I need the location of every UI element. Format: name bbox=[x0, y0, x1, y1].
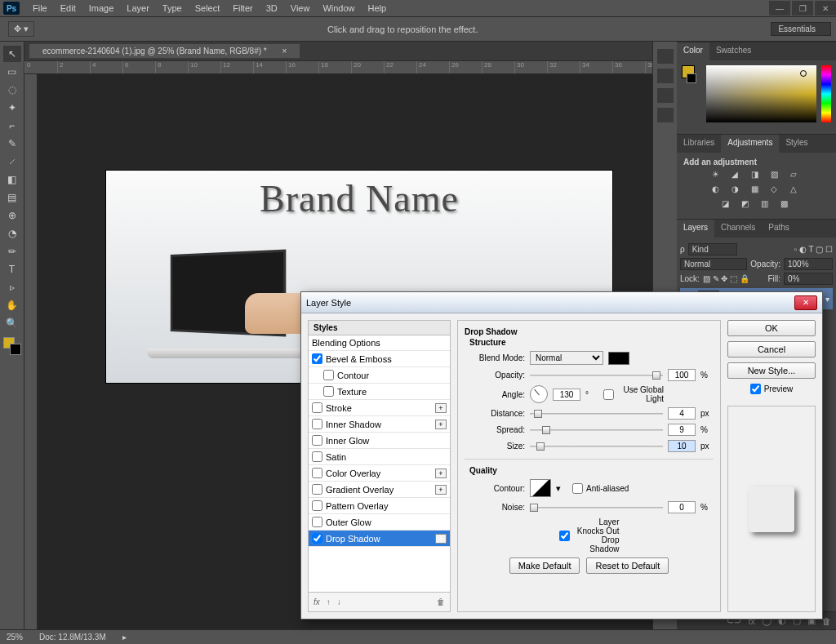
menu-filter[interactable]: Filter bbox=[226, 3, 259, 13]
tab-styles[interactable]: Styles bbox=[779, 135, 814, 153]
hue-strip[interactable] bbox=[821, 65, 831, 122]
tab-layers[interactable]: Layers bbox=[677, 220, 714, 238]
adj-icon[interactable]: ◢ bbox=[732, 170, 743, 181]
spread-input[interactable] bbox=[668, 424, 696, 436]
angle-dial[interactable] bbox=[530, 385, 548, 403]
opacity-input[interactable] bbox=[668, 369, 696, 381]
adj-icon[interactable]: ◩ bbox=[741, 199, 753, 211]
trash-icon[interactable]: 🗑 bbox=[437, 597, 445, 606]
style-stroke[interactable]: Stroke+ bbox=[309, 400, 450, 416]
make-default-button[interactable]: Make Default bbox=[509, 557, 580, 574]
reset-default-button[interactable]: Reset to Default bbox=[586, 557, 669, 574]
menu-type[interactable]: Type bbox=[156, 3, 189, 13]
maximize-button[interactable]: ❐ bbox=[792, 1, 813, 16]
foreground-background-swatch[interactable] bbox=[682, 65, 701, 129]
add-effect-icon[interactable]: + bbox=[435, 469, 447, 478]
style-gradient-overlay[interactable]: Gradient Overlay+ bbox=[309, 482, 450, 498]
style-checkbox[interactable] bbox=[312, 484, 322, 495]
style-checkbox[interactable] bbox=[312, 451, 322, 462]
style-color-overlay[interactable]: Color Overlay+ bbox=[309, 465, 450, 482]
tool-5[interactable]: ✎ bbox=[3, 135, 21, 152]
trash-icon[interactable]: 🗑 bbox=[822, 616, 831, 626]
layer-filter-kind[interactable]: Kind bbox=[688, 243, 737, 255]
angle-input[interactable] bbox=[553, 389, 580, 401]
shadow-color-chip[interactable] bbox=[608, 352, 629, 365]
adj-icon[interactable]: ◇ bbox=[771, 184, 782, 196]
workspace-selector[interactable]: Essentials bbox=[771, 22, 831, 36]
tab-adjustments[interactable]: Adjustments bbox=[721, 135, 779, 153]
style-satin[interactable]: Satin bbox=[309, 449, 450, 465]
tool-8[interactable]: ▤ bbox=[3, 189, 21, 206]
menu-file[interactable]: File bbox=[26, 3, 54, 13]
style-checkbox[interactable] bbox=[323, 386, 334, 397]
zoom-level[interactable]: 25% bbox=[7, 633, 23, 642]
menu-image[interactable]: Image bbox=[82, 3, 121, 13]
document-tab[interactable]: ecommerce-2140604 (1).jpg @ 25% (Brand N… bbox=[29, 44, 300, 58]
style-outer-glow[interactable]: Outer Glow bbox=[309, 514, 450, 531]
color-swatch[interactable] bbox=[3, 337, 21, 355]
tool-13[interactable]: ▹ bbox=[3, 279, 21, 295]
noise-input[interactable] bbox=[668, 501, 696, 513]
tab-paths[interactable]: Paths bbox=[762, 220, 796, 238]
tool-14[interactable]: ✋ bbox=[3, 297, 21, 313]
tab-libraries[interactable]: Libraries bbox=[677, 135, 721, 153]
tool-4[interactable]: ⌐ bbox=[3, 118, 21, 134]
add-effect-icon[interactable]: + bbox=[435, 403, 447, 413]
tab-color[interactable]: Color bbox=[677, 42, 709, 60]
tool-15[interactable]: 🔍 bbox=[3, 315, 21, 331]
distance-input[interactable] bbox=[668, 407, 696, 420]
global-light-checkbox[interactable] bbox=[603, 389, 614, 400]
style-inner-glow[interactable]: Inner Glow bbox=[309, 433, 450, 449]
style-checkbox[interactable] bbox=[312, 500, 322, 511]
collapsed-panel-icon[interactable] bbox=[657, 108, 674, 122]
tool-7[interactable]: ◧ bbox=[3, 171, 21, 188]
style-checkbox[interactable] bbox=[312, 533, 322, 544]
style-blending-options[interactable]: Blending Options bbox=[309, 335, 450, 351]
adj-icon[interactable]: ☀ bbox=[712, 170, 723, 181]
spread-slider[interactable] bbox=[530, 424, 663, 436]
close-window-button[interactable]: ✕ bbox=[815, 1, 836, 16]
style-drop-shadow[interactable]: Drop Shadow+ bbox=[309, 531, 450, 547]
menu-window[interactable]: Window bbox=[316, 3, 361, 13]
antialiased-checkbox[interactable] bbox=[572, 483, 583, 494]
tool-1[interactable]: ▭ bbox=[3, 64, 21, 80]
up-icon[interactable]: ↑ bbox=[327, 597, 331, 606]
tool-11[interactable]: ✏ bbox=[3, 243, 21, 260]
tool-12[interactable]: T bbox=[3, 261, 21, 278]
add-effect-icon[interactable]: + bbox=[435, 534, 447, 544]
style-pattern-overlay[interactable]: Pattern Overlay bbox=[309, 498, 450, 514]
menu-help[interactable]: Help bbox=[362, 3, 394, 13]
add-effect-icon[interactable]: + bbox=[435, 485, 447, 495]
blend-mode-select[interactable]: Normal bbox=[680, 258, 747, 270]
menu-layer[interactable]: Layer bbox=[120, 3, 156, 13]
minimize-button[interactable]: — bbox=[769, 1, 790, 16]
menu-view[interactable]: View bbox=[284, 3, 317, 13]
adj-icon[interactable]: ◪ bbox=[722, 199, 733, 211]
color-field[interactable] bbox=[706, 65, 816, 122]
tab-swatches[interactable]: Swatches bbox=[709, 42, 758, 60]
adj-icon[interactable]: △ bbox=[790, 184, 802, 196]
menu-edit[interactable]: Edit bbox=[54, 3, 82, 13]
blend-mode-select[interactable]: Normal bbox=[530, 351, 603, 365]
contour-picker[interactable] bbox=[530, 479, 551, 497]
style-bevel-emboss[interactable]: Bevel & Emboss bbox=[309, 351, 450, 367]
style-checkbox[interactable] bbox=[312, 402, 322, 413]
style-checkbox[interactable] bbox=[312, 419, 322, 429]
adj-icon[interactable]: ▦ bbox=[751, 184, 763, 196]
adj-icon[interactable]: ◐ bbox=[712, 184, 723, 196]
size-input[interactable] bbox=[668, 440, 696, 452]
tool-10[interactable]: ◔ bbox=[3, 225, 21, 242]
knockout-checkbox[interactable] bbox=[559, 531, 570, 541]
ok-button[interactable]: OK bbox=[727, 320, 816, 336]
opacity-slider[interactable] bbox=[530, 370, 663, 381]
distance-slider[interactable] bbox=[530, 408, 663, 420]
fx-menu-icon[interactable]: fx bbox=[314, 597, 320, 606]
adj-icon[interactable]: ▩ bbox=[780, 199, 792, 211]
style-checkbox[interactable] bbox=[312, 353, 322, 364]
style-checkbox[interactable] bbox=[323, 370, 334, 380]
dialog-close-button[interactable]: ✕ bbox=[794, 295, 817, 310]
menu-select[interactable]: Select bbox=[189, 3, 227, 13]
tool-9[interactable]: ⊕ bbox=[3, 207, 21, 224]
tab-channels[interactable]: Channels bbox=[714, 220, 762, 238]
adj-icon[interactable]: ▱ bbox=[790, 170, 802, 181]
